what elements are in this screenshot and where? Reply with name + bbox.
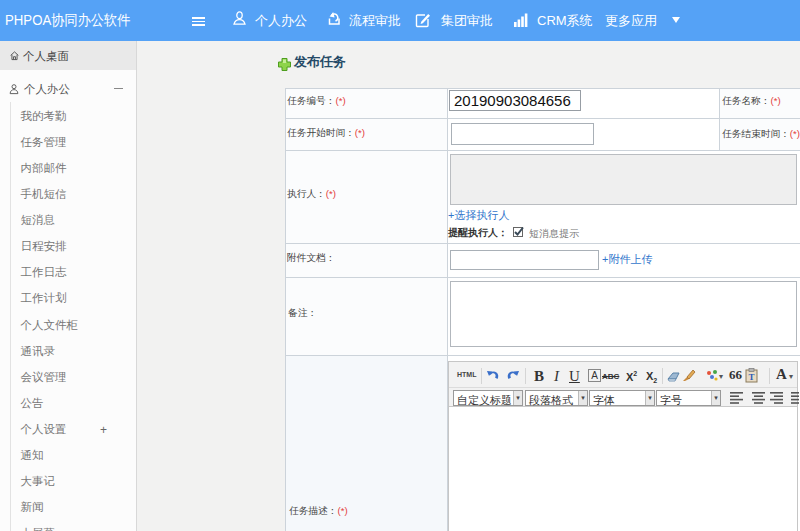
svg-text:T: T — [748, 372, 754, 382]
